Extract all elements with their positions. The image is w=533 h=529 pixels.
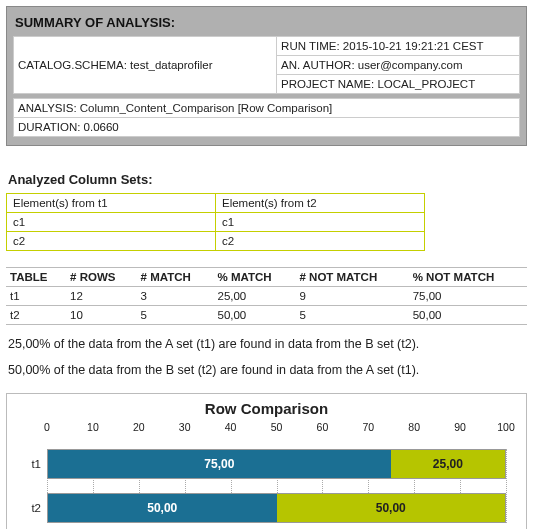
stats-h-nmatch: # NOT MATCH <box>295 268 408 287</box>
colsets-header-t1: Element(s) from t1 <box>7 194 216 213</box>
colsets-header-t2: Element(s) from t2 <box>216 194 425 213</box>
colsets-cell: c1 <box>7 213 216 232</box>
axis-tick: 90 <box>454 421 466 433</box>
stats-cell: 12 <box>66 287 136 306</box>
stats-cell: 50,00 <box>409 306 527 325</box>
chart-area: 0102030405060708090100 t175,0025,00t250,… <box>47 421 506 523</box>
table-row: c1 c1 <box>7 213 425 232</box>
table-row: t1 12 3 25,00 9 75,00 <box>6 287 527 306</box>
chart-title: Row Comparison <box>17 400 516 417</box>
stats-cell: 3 <box>137 287 214 306</box>
catalog-schema-cell: CATALOG.SCHEMA: test_dataprofiler <box>14 37 277 94</box>
colsets-heading: Analyzed Column Sets: <box>8 172 527 187</box>
colsets-cell: c2 <box>7 232 216 251</box>
table-row: c2 c2 <box>7 232 425 251</box>
table-row: t2 10 5 50,00 5 50,00 <box>6 306 527 325</box>
stats-h-match: # MATCH <box>137 268 214 287</box>
author-cell: AN. AUTHOR: user@company.com <box>277 56 520 75</box>
stats-h-pnmatch: % NOT MATCH <box>409 268 527 287</box>
analysis-cell: ANALYSIS: Column_Content_Comparison [Row… <box>14 99 520 118</box>
segment-not-matching: 75,00 <box>48 450 391 478</box>
stats-cell: 50,00 <box>213 306 295 325</box>
summary-title: SUMMARY OF ANALYSIS: <box>15 15 520 30</box>
axis-tick: 20 <box>133 421 145 433</box>
project-cell: PROJECT NAME: LOCAL_PROJECT <box>277 75 520 94</box>
duration-cell: DURATION: 0.0660 <box>14 118 520 137</box>
stats-cell: 5 <box>295 306 408 325</box>
summary-info-table-2: ANALYSIS: Column_Content_Comparison [Row… <box>13 98 520 137</box>
row-comparison-chart: Row Comparison 0102030405060708090100 t1… <box>6 393 527 529</box>
stats-cell: 25,00 <box>213 287 295 306</box>
stats-cell: t2 <box>6 306 66 325</box>
runtime-cell: RUN TIME: 2015-10-21 19:21:21 CEST <box>277 37 520 56</box>
stats-cell: 75,00 <box>409 287 527 306</box>
summary-box: SUMMARY OF ANALYSIS: CATALOG.SCHEMA: tes… <box>6 6 527 146</box>
stats-table: TABLE # ROWS # MATCH % MATCH # NOT MATCH… <box>6 267 527 325</box>
axis-tick: 100 <box>497 421 515 433</box>
summary-info-table-1: CATALOG.SCHEMA: test_dataprofiler RUN TI… <box>13 36 520 94</box>
segment-matching: 25,00 <box>391 450 505 478</box>
axis-tick: 0 <box>44 421 50 433</box>
stats-h-pmatch: % MATCH <box>213 268 295 287</box>
stats-cell: 10 <box>66 306 136 325</box>
chart-bar-label: t1 <box>21 458 47 470</box>
stats-h-rows: # ROWS <box>66 268 136 287</box>
summary-sentence-1: 25,00% of the data from the A set (t1) a… <box>8 337 527 351</box>
axis-tick: 40 <box>225 421 237 433</box>
chart-bar-label: t2 <box>21 502 47 514</box>
chart-x-axis: 0102030405060708090100 <box>47 421 506 435</box>
axis-tick: 70 <box>362 421 374 433</box>
chart-bar-row: t250,0050,00 <box>47 493 506 523</box>
segment-not-matching: 50,00 <box>48 494 277 522</box>
stats-h-table: TABLE <box>6 268 66 287</box>
report-page: SUMMARY OF ANALYSIS: CATALOG.SCHEMA: tes… <box>0 0 533 529</box>
stats-cell: 5 <box>137 306 214 325</box>
chart-bar-row: t175,0025,00 <box>47 449 506 479</box>
axis-tick: 60 <box>317 421 329 433</box>
axis-tick: 80 <box>408 421 420 433</box>
chart-plot: t175,0025,00t250,0050,00 <box>47 449 506 523</box>
summary-sentence-2: 50,00% of the data from the B set (t2) a… <box>8 363 527 377</box>
stats-cell: 9 <box>295 287 408 306</box>
colsets-cell: c2 <box>216 232 425 251</box>
axis-tick: 10 <box>87 421 99 433</box>
colsets-table: Element(s) from t1 Element(s) from t2 c1… <box>6 193 425 251</box>
stats-cell: t1 <box>6 287 66 306</box>
segment-matching: 50,00 <box>277 494 506 522</box>
chart-bar-track: 50,0050,00 <box>47 493 506 523</box>
axis-tick: 30 <box>179 421 191 433</box>
chart-bar-track: 75,0025,00 <box>47 449 506 479</box>
axis-tick: 50 <box>271 421 283 433</box>
colsets-cell: c1 <box>216 213 425 232</box>
